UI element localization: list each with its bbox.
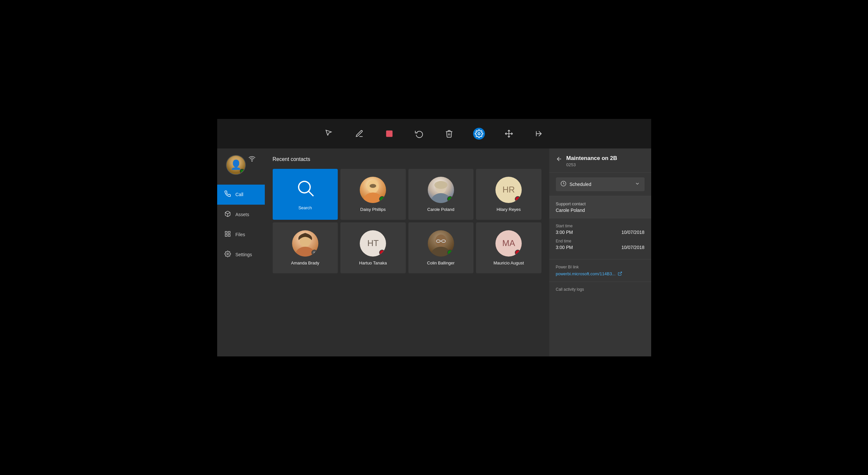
avatar-mauricio-august: MA bbox=[495, 230, 522, 257]
status-daisy-phillips bbox=[379, 196, 385, 202]
back-button[interactable] bbox=[556, 156, 562, 164]
time-info-section: Start time 3:00 PM . 10/07/2018 End time… bbox=[549, 218, 651, 259]
contact-card-carole-poland[interactable]: Carole Poland bbox=[408, 169, 474, 220]
call-activity-section: Call activity logs bbox=[549, 282, 651, 297]
undo-icon[interactable] bbox=[413, 128, 425, 139]
search-card[interactable]: Search bbox=[273, 169, 338, 220]
pen-icon[interactable] bbox=[353, 128, 365, 139]
screen: 👤 bbox=[217, 119, 651, 356]
initials-hartuo-tanaka: HT bbox=[367, 238, 379, 248]
contact-card-amanda-brady[interactable]: Amanda Brady bbox=[273, 222, 338, 273]
avatar-hartuo-tanaka: HT bbox=[360, 230, 386, 257]
status-amanda-brady bbox=[311, 250, 317, 256]
assets-icon bbox=[224, 211, 231, 219]
svg-rect-10 bbox=[228, 234, 230, 236]
sidebar-item-files-label: Files bbox=[236, 232, 245, 237]
delete-icon[interactable] bbox=[443, 128, 455, 139]
search-label: Search bbox=[298, 205, 312, 210]
power-bi-section: Power BI link powerbi.microsoft.com/114B… bbox=[549, 259, 651, 282]
svg-rect-8 bbox=[225, 231, 227, 233]
svg-line-14 bbox=[309, 191, 313, 196]
sidebar-item-settings[interactable]: Settings bbox=[217, 245, 265, 265]
end-time-value: 3:00 PM bbox=[556, 245, 573, 250]
support-contact-name: Carole Poland bbox=[556, 208, 645, 213]
svg-rect-9 bbox=[228, 231, 230, 233]
sidebar-item-assets-label: Assets bbox=[236, 212, 249, 217]
avatar-status bbox=[240, 169, 244, 173]
contact-card-mauricio-august[interactable]: MA Mauricio August bbox=[476, 222, 541, 273]
call-icon bbox=[224, 191, 231, 199]
right-panel: Maintenance on 2B 0253 bbox=[549, 149, 651, 356]
main-content: 👤 bbox=[217, 149, 651, 356]
start-time-value: 3:00 PM bbox=[556, 230, 573, 235]
svg-point-20 bbox=[434, 181, 447, 189]
settings-nav-icon bbox=[224, 251, 231, 259]
contact-card-hilary-reyes[interactable]: HR Hilary Reyes bbox=[476, 169, 541, 220]
status-left: Scheduled bbox=[560, 181, 591, 188]
start-date-value: 10/07/2018 bbox=[621, 230, 644, 235]
svg-rect-0 bbox=[386, 130, 393, 137]
svg-point-12 bbox=[227, 253, 228, 255]
end-date-value: 10/07/2018 bbox=[621, 245, 644, 250]
start-date-group: . 10/07/2018 bbox=[621, 224, 644, 235]
avatar-carole-poland bbox=[428, 177, 454, 203]
pin-icon[interactable] bbox=[533, 128, 545, 139]
panel-title: Maintenance on 2B bbox=[566, 155, 617, 162]
user-avatar-section: 👤 bbox=[226, 155, 256, 175]
support-contact-label: Support contact bbox=[556, 201, 645, 206]
svg-point-17 bbox=[370, 184, 376, 188]
call-activity-label: Call activity logs bbox=[556, 287, 645, 292]
contact-card-hartuo-tanaka[interactable]: HT Hartuo Tanaka bbox=[340, 222, 406, 273]
status-row: Scheduled bbox=[549, 173, 651, 196]
panel-header: Maintenance on 2B 0253 bbox=[549, 149, 651, 173]
svg-rect-11 bbox=[225, 234, 227, 236]
panel-body: Scheduled Support contact Carole Poland bbox=[549, 173, 651, 356]
contact-card-colin-ballinger[interactable]: Colin Ballinger bbox=[408, 222, 474, 273]
avatar-amanda-brady bbox=[292, 230, 318, 257]
status-dropdown[interactable]: Scheduled bbox=[556, 178, 645, 191]
svg-line-33 bbox=[619, 272, 621, 274]
status-hartuo-tanaka bbox=[379, 250, 385, 256]
sidebar-nav: Call Assets bbox=[217, 185, 265, 265]
status-colin-ballinger bbox=[447, 250, 453, 256]
status-label: Scheduled bbox=[570, 182, 591, 187]
name-colin-ballinger: Colin Ballinger bbox=[427, 260, 455, 265]
shape-icon[interactable] bbox=[383, 128, 395, 139]
contacts-grid: Search Daisy Phillips bbox=[273, 169, 541, 273]
name-hilary-reyes: Hilary Reyes bbox=[496, 207, 521, 212]
avatar: 👤 bbox=[226, 155, 246, 175]
sidebar-item-settings-label: Settings bbox=[236, 252, 252, 257]
name-daisy-phillips: Daisy Phillips bbox=[361, 207, 386, 212]
end-date-group: . 10/07/2018 bbox=[621, 239, 644, 250]
sidebar: 👤 bbox=[217, 149, 265, 356]
contact-card-daisy-phillips[interactable]: Daisy Phillips bbox=[340, 169, 406, 220]
avatar-hilary-reyes: HR bbox=[495, 177, 522, 203]
search-icon-large bbox=[296, 178, 315, 201]
sidebar-item-call-label: Call bbox=[236, 192, 243, 197]
start-time-row: Start time 3:00 PM . 10/07/2018 bbox=[556, 224, 645, 235]
svg-point-6 bbox=[252, 161, 252, 161]
support-contact-section: Support contact Carole Poland bbox=[549, 196, 651, 218]
chevron-down-icon bbox=[635, 181, 640, 187]
status-carole-poland bbox=[447, 196, 453, 202]
main-settings-icon[interactable] bbox=[473, 128, 485, 139]
sidebar-item-call[interactable]: Call bbox=[217, 185, 265, 204]
selection-icon[interactable] bbox=[323, 128, 335, 139]
sidebar-item-assets[interactable]: Assets bbox=[217, 204, 265, 225]
move-icon[interactable] bbox=[503, 128, 515, 139]
power-bi-link[interactable]: powerbi.microsoft.com/114B3... bbox=[556, 271, 645, 276]
external-link-icon bbox=[618, 271, 622, 276]
section-title: Recent contacts bbox=[273, 156, 541, 162]
svg-point-1 bbox=[478, 132, 480, 135]
status-hilary-reyes bbox=[515, 196, 521, 202]
name-hartuo-tanaka: Hartuo Tanaka bbox=[359, 260, 387, 265]
initials-hilary-reyes: HR bbox=[502, 185, 515, 195]
center-panel: Recent contacts Search bbox=[265, 149, 549, 356]
panel-subtitle: 0253 bbox=[566, 162, 617, 167]
name-amanda-brady: Amanda Brady bbox=[291, 260, 319, 265]
name-carole-poland: Carole Poland bbox=[427, 207, 454, 212]
initials-mauricio-august: MA bbox=[502, 238, 515, 248]
sidebar-item-files[interactable]: Files bbox=[217, 225, 265, 245]
avatar-daisy-phillips bbox=[360, 177, 386, 203]
wifi-icon bbox=[248, 155, 256, 164]
